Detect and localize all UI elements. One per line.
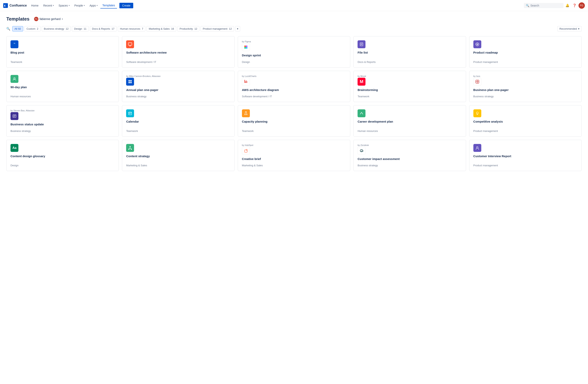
card-by: by Isos bbox=[473, 75, 578, 77]
nav-spaces[interactable]: Spaces ▾ bbox=[57, 3, 72, 8]
filter-docs-reports[interactable]: Docs & Reports 17 bbox=[90, 26, 117, 31]
card-by: by LucidCharts bbox=[242, 75, 346, 77]
filter-design[interactable]: Design 11 bbox=[72, 26, 89, 31]
template-card-creative-brief[interactable]: by HubSpot Creative brief Marketing & Sa… bbox=[238, 140, 350, 171]
card-title: File list bbox=[357, 51, 462, 55]
filelist-icon-svg bbox=[359, 42, 364, 46]
checkperson-icon bbox=[12, 77, 17, 81]
search-input[interactable] bbox=[530, 4, 562, 7]
card-icon-wrap bbox=[357, 40, 462, 48]
nav-apps[interactable]: Apps ▾ bbox=[87, 3, 100, 8]
nav-logo-text: Confluence bbox=[9, 4, 27, 7]
card-title: Creative brief bbox=[242, 157, 346, 161]
template-card-aws[interactable]: by LucidCharts AWS architecture diagram … bbox=[238, 71, 350, 102]
template-card-file-list[interactable]: File list Docs & Reports bbox=[353, 36, 466, 68]
filter-productivity[interactable]: Productivity 12 bbox=[177, 26, 199, 31]
nav-spaces-chevron: ▾ bbox=[69, 4, 70, 6]
page-header: Templates FG fabienne gerhard ▾ bbox=[6, 16, 582, 22]
user-selector[interactable]: FG fabienne gerhard ▾ bbox=[32, 16, 65, 22]
user-avatar-small: FG bbox=[34, 17, 38, 21]
annual-plan-icon bbox=[126, 78, 134, 86]
template-card-calendar[interactable]: Calendar Teamwork bbox=[122, 105, 234, 137]
nav-apps-chevron: ▾ bbox=[97, 4, 98, 6]
template-card-customer-impact[interactable]: by Zendesk zen Customer impact assessmen… bbox=[353, 140, 466, 171]
filter-business-strategy[interactable]: Business strategy 12 bbox=[42, 26, 71, 31]
card-icon-wrap bbox=[473, 40, 578, 48]
search-box[interactable]: 🔍 bbox=[524, 3, 564, 8]
template-card-product-roadmap[interactable]: Product roadmap Product management bbox=[469, 36, 582, 68]
filter-more-button[interactable]: ▾ bbox=[235, 26, 240, 31]
card-title: Content design glossary bbox=[10, 154, 115, 158]
nav-people[interactable]: People ▾ bbox=[72, 3, 87, 8]
template-card-design-sprint[interactable]: by Figma Design sprint Design bbox=[238, 36, 350, 68]
hubspot-icon bbox=[242, 147, 250, 155]
branch-icon bbox=[128, 146, 132, 150]
nav-templates[interactable]: Templates bbox=[100, 2, 117, 8]
svg-rect-35 bbox=[129, 114, 130, 114]
template-card-business-plan[interactable]: by Isos Business plan one-pager Business… bbox=[469, 71, 582, 102]
sort-button[interactable]: Recommended ▾ bbox=[557, 26, 582, 31]
card-title: Customer impact assessment bbox=[357, 157, 462, 161]
blog-post-icon: " bbox=[10, 40, 19, 48]
search-icon: 🔍 bbox=[526, 4, 529, 7]
template-card-business-status[interactable]: by Steven Bao, Atlassian Business status… bbox=[6, 105, 119, 137]
card-title: Annual plan one-pager bbox=[126, 88, 230, 92]
lucidcharts-icon-svg bbox=[244, 79, 248, 84]
notifications-button[interactable]: 🔔 bbox=[564, 2, 570, 9]
card-icon-wrap: by Mike Cannon-Brookes, Atlassian bbox=[126, 75, 230, 86]
nav-logo[interactable]: X Confluence bbox=[3, 3, 27, 8]
figma-icon bbox=[242, 43, 250, 51]
card-title: Software architecture review bbox=[126, 51, 230, 55]
card-category: Docs & Reports bbox=[357, 59, 462, 63]
lines-icon bbox=[12, 114, 17, 118]
mural-icon: M bbox=[357, 78, 365, 86]
lucid-icon bbox=[242, 78, 250, 86]
svg-point-14 bbox=[477, 44, 478, 45]
card-category: Product management bbox=[473, 128, 578, 133]
software-arch-icon bbox=[126, 40, 134, 48]
card-by: by Mike Cannon-Brookes, Atlassian bbox=[126, 75, 230, 77]
template-card-content-glossary[interactable]: Aa Content design glossary Design bbox=[6, 140, 119, 171]
template-card-competitive[interactable]: Competitive analysis Product management bbox=[469, 105, 582, 137]
filter-all[interactable]: All92 bbox=[12, 26, 23, 31]
user-avatar[interactable]: FG bbox=[579, 2, 585, 9]
nav-home[interactable]: Home bbox=[29, 3, 40, 8]
template-card-capacity-planning[interactable]: Capacity planning Teamwork bbox=[238, 105, 350, 137]
card-title: Product roadmap bbox=[473, 51, 578, 55]
help-button[interactable]: ❓ bbox=[571, 2, 578, 9]
template-card-annual-plan[interactable]: by Mike Cannon-Brookes, Atlassian Annual… bbox=[122, 71, 234, 102]
card-icon-wrap: by Zendesk zen bbox=[357, 144, 462, 155]
nav-recent-chevron: ▾ bbox=[53, 4, 54, 6]
create-button[interactable]: Create bbox=[119, 3, 133, 8]
card-category: Teamwork bbox=[357, 93, 462, 98]
90day-icon bbox=[10, 75, 19, 83]
svg-rect-2 bbox=[128, 43, 132, 45]
card-title: Competitive analysis bbox=[473, 120, 578, 124]
card-icon-wrap bbox=[126, 109, 230, 117]
filter-custom[interactable]: Custom 2 bbox=[24, 26, 41, 31]
template-card-software-arch[interactable]: Software architecture review Software de… bbox=[122, 36, 234, 68]
template-card-90day[interactable]: 90-day plan Human resources bbox=[6, 71, 119, 102]
card-category: Teamwork bbox=[10, 59, 115, 63]
card-icon-wrap: " bbox=[10, 40, 115, 48]
template-card-content-strategy[interactable]: Content strategy Marketing & Sales bbox=[122, 140, 234, 171]
template-card-career-dev[interactable]: Career development plan Human resources bbox=[353, 105, 466, 137]
nav-people-chevron: ▾ bbox=[84, 4, 85, 6]
card-by: by Steven Bao, Atlassian bbox=[10, 109, 115, 112]
product-roadmap-icon bbox=[473, 40, 481, 48]
filter-marketing-sales[interactable]: Marketing & Sales 16 bbox=[147, 26, 176, 31]
filter-product-management[interactable]: Product management 12 bbox=[201, 26, 234, 31]
svg-point-40 bbox=[130, 146, 131, 147]
card-icon-wrap bbox=[10, 75, 115, 83]
nav-recent[interactable]: Recent ▾ bbox=[41, 3, 56, 8]
card-category: Human resources bbox=[10, 93, 115, 98]
svg-point-6 bbox=[246, 45, 248, 47]
template-grid: " Blog post Teamwork Software architectu… bbox=[6, 36, 582, 171]
template-card-customer-interview[interactable]: Customer Interview Report Product manage… bbox=[469, 140, 582, 171]
card-category: Design bbox=[242, 59, 346, 63]
content-strategy-icon bbox=[126, 144, 134, 152]
filter-human-resources[interactable]: Human resources 7 bbox=[118, 26, 145, 31]
template-card-brainstorming[interactable]: by Mural M Brainstorming Teamwork bbox=[353, 71, 466, 102]
card-title: 90-day plan bbox=[10, 85, 115, 89]
template-card-blog-post[interactable]: " Blog post Teamwork bbox=[6, 36, 119, 68]
